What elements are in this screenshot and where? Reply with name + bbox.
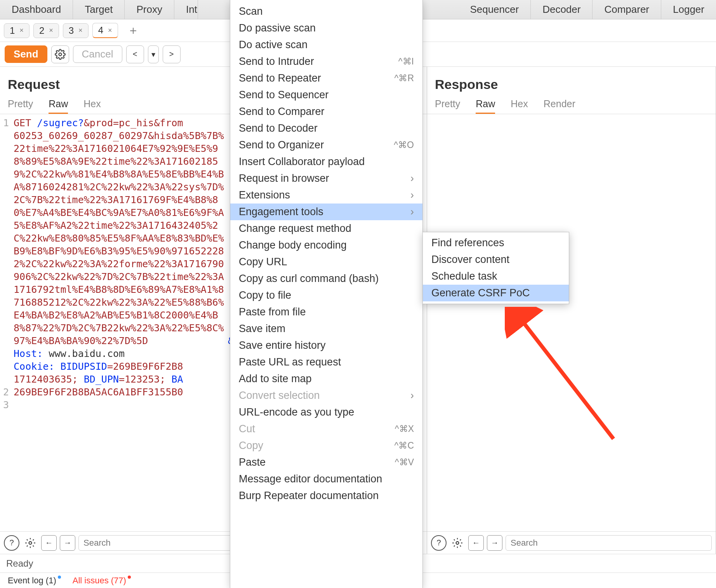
menu-sequencer[interactable]: Sequencer: [458, 0, 531, 19]
panel-settings-button[interactable]: [23, 535, 38, 551]
response-search-input[interactable]: [506, 535, 712, 551]
menu-intruder-cut[interactable]: Int: [174, 0, 198, 19]
context-menu-item[interactable]: Send to Sequencer: [230, 87, 422, 103]
engagement-tools-submenu[interactable]: Find referencesDiscover contentSchedule …: [422, 232, 569, 304]
context-menu-item[interactable]: Send to Decoder: [230, 120, 422, 137]
viewtab-raw[interactable]: Raw: [49, 98, 68, 114]
shortcut-label: ^⌘X: [395, 424, 414, 434]
dot-icon: [58, 576, 61, 579]
context-menu-item[interactable]: Change request method: [230, 220, 422, 237]
help-button[interactable]: ?: [4, 535, 19, 551]
context-menu-label: Send to Intruder: [239, 56, 314, 68]
cancel-button[interactable]: Cancel: [73, 45, 122, 63]
context-menu-label: Send to Comparer: [239, 106, 325, 118]
all-issues-label: All issues (77): [73, 576, 126, 585]
settings-button[interactable]: [51, 45, 69, 63]
context-menu-item[interactable]: Save entire history: [230, 337, 422, 354]
help-icon: ?: [436, 538, 441, 547]
context-menu-item[interactable]: Do passive scan: [230, 20, 422, 37]
prev-match-button[interactable]: ←: [468, 535, 484, 551]
submenu-item[interactable]: Discover content: [423, 251, 569, 268]
context-menu-item[interactable]: Copy to file: [230, 287, 422, 304]
menu-target[interactable]: Target: [73, 0, 125, 19]
viewtab-raw[interactable]: Raw: [476, 98, 495, 114]
context-menu-label: Paste from file: [239, 306, 306, 318]
context-menu-item[interactable]: Scan: [230, 3, 422, 20]
context-menu[interactable]: ScanDo passive scanDo active scanSend to…: [230, 0, 423, 588]
context-menu-label: Send to Organizer: [239, 139, 324, 151]
context-menu-item[interactable]: Send to Comparer: [230, 103, 422, 120]
chevron-right-icon: ›: [410, 189, 414, 201]
context-menu-item[interactable]: Message editor documentation: [230, 471, 422, 487]
nav-back-button[interactable]: <: [126, 45, 144, 63]
context-menu-item[interactable]: Paste^⌘V: [230, 454, 422, 471]
arrow-right-icon: →: [491, 538, 499, 547]
repeater-tab-1[interactable]: 1×: [4, 23, 30, 38]
context-menu-label: Save item: [239, 323, 285, 335]
line-gutter: 123: [3, 117, 14, 529]
context-menu-item[interactable]: Paste URL as request: [230, 354, 422, 371]
prev-match-button[interactable]: ←: [41, 535, 57, 551]
context-menu-item[interactable]: Engagement tools›: [230, 204, 422, 220]
panel-settings-button[interactable]: [450, 535, 465, 551]
context-menu-label: Do active scan: [239, 39, 308, 51]
menu-decoder[interactable]: Decoder: [531, 0, 593, 19]
menu-logger[interactable]: Logger: [661, 0, 716, 19]
context-menu-label: Change body encoding: [239, 239, 347, 251]
context-menu-item[interactable]: Insert Collaborator payload: [230, 153, 422, 170]
shortcut-label: ^⌘I: [398, 56, 414, 67]
close-icon[interactable]: ×: [78, 26, 83, 35]
context-menu-label: Cut: [239, 423, 255, 435]
submenu-item[interactable]: Schedule task: [423, 268, 569, 285]
help-icon: ?: [9, 538, 14, 547]
shortcut-label: ^⌘C: [394, 440, 414, 451]
context-menu-item[interactable]: Request in browser›: [230, 170, 422, 187]
viewtab-hex[interactable]: Hex: [511, 98, 528, 114]
close-icon[interactable]: ×: [108, 26, 112, 35]
nav-forward-button[interactable]: >: [163, 45, 181, 63]
next-match-button[interactable]: →: [487, 535, 502, 551]
add-tab-button[interactable]: ＋: [122, 23, 144, 38]
viewtab-pretty[interactable]: Pretty: [8, 98, 33, 114]
nav-menu-button[interactable]: ▾: [148, 45, 159, 63]
submenu-item[interactable]: Generate CSRF PoC: [423, 285, 569, 301]
menu-proxy[interactable]: Proxy: [125, 0, 174, 19]
submenu-item[interactable]: Find references: [423, 235, 569, 251]
next-match-button[interactable]: →: [60, 535, 75, 551]
context-menu-item[interactable]: Copy as curl command (bash): [230, 270, 422, 287]
gear-icon: [55, 49, 66, 60]
close-icon[interactable]: ×: [19, 26, 24, 35]
context-menu-label: Save entire history: [239, 339, 326, 351]
context-menu-item[interactable]: URL-encode as you type: [230, 404, 422, 421]
viewtab-hex[interactable]: Hex: [83, 98, 101, 114]
context-menu-item[interactable]: Burp Repeater documentation: [230, 487, 422, 504]
event-log-link[interactable]: Event log (1): [8, 576, 61, 586]
send-button[interactable]: Send: [5, 45, 47, 63]
context-menu-label: Copy URL: [239, 256, 287, 268]
cookie-name-1: BIDUPSID: [60, 361, 107, 372]
submenu-label: Find references: [431, 237, 504, 249]
context-menu-item[interactable]: Send to Repeater^⌘R: [230, 70, 422, 87]
close-icon[interactable]: ×: [49, 26, 53, 35]
viewtab-render[interactable]: Render: [544, 98, 575, 114]
context-menu-item[interactable]: Send to Organizer^⌘O: [230, 137, 422, 153]
context-menu-item[interactable]: Copy URL: [230, 254, 422, 270]
shortcut-label: ^⌘O: [394, 140, 414, 150]
context-menu-item[interactable]: Send to Intruder^⌘I: [230, 53, 422, 70]
viewtab-pretty[interactable]: Pretty: [435, 98, 460, 114]
repeater-tab-4[interactable]: 4×: [92, 23, 118, 38]
context-menu-item[interactable]: Extensions›: [230, 187, 422, 204]
menu-dashboard[interactable]: Dashboard: [0, 0, 73, 19]
cookie-name-3: BA: [171, 374, 183, 385]
help-button[interactable]: ?: [431, 535, 447, 551]
context-menu-item[interactable]: Save item: [230, 320, 422, 337]
context-menu-item[interactable]: Do active scan: [230, 37, 422, 53]
repeater-tab-2[interactable]: 2×: [33, 23, 59, 38]
all-issues-link[interactable]: All issues (77): [73, 576, 131, 586]
repeater-tab-3[interactable]: 3×: [63, 23, 89, 38]
context-menu-item[interactable]: Add to site map: [230, 371, 422, 387]
menu-comparer[interactable]: Comparer: [593, 0, 661, 19]
context-menu-item[interactable]: Change body encoding: [230, 237, 422, 254]
tab-label: 4: [98, 25, 103, 36]
context-menu-item[interactable]: Paste from file: [230, 304, 422, 320]
